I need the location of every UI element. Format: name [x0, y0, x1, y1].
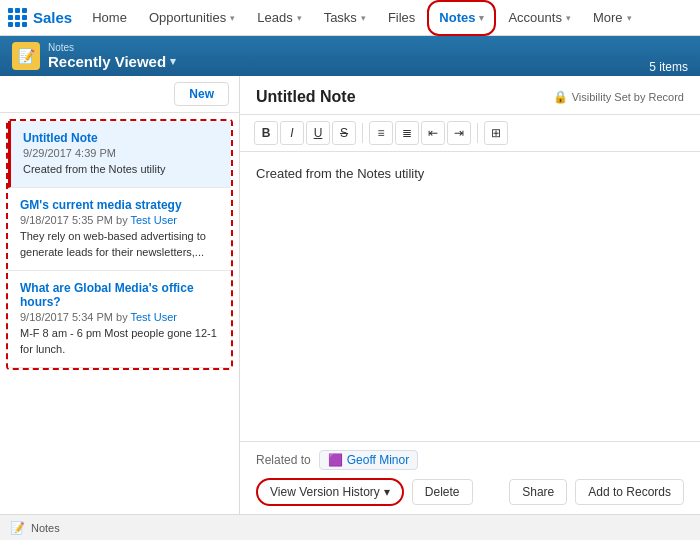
note-preview-3: M-F 8 am - 6 pm Most people gone 12-1 fo…	[20, 326, 219, 357]
outdent-button[interactable]: ⇥	[447, 121, 471, 145]
ordered-list-button[interactable]: ≣	[395, 121, 419, 145]
indent-button[interactable]: ⇤	[421, 121, 445, 145]
nav-label-opportunities: Opportunities	[149, 10, 226, 25]
chevron-opportunities-icon: ▾	[230, 13, 235, 23]
chevron-history-icon: ▾	[384, 485, 390, 499]
subnav-chevron-icon: ▾	[170, 55, 176, 68]
note-user-3: Test User	[131, 311, 177, 323]
chevron-notes-icon: ▾	[479, 13, 484, 23]
note-body-text: Created from the Notes utility	[256, 166, 424, 181]
underline-button[interactable]: U	[306, 121, 330, 145]
note-title-1: Untitled Note	[23, 131, 219, 145]
lock-icon: 🔒	[553, 90, 568, 104]
note-item-1[interactable]: Untitled Note 9/29/2017 4:39 PM Created …	[8, 121, 231, 188]
note-meta-2: 9/18/2017 5:35 PM by Test User	[20, 214, 219, 226]
nav-label-tasks: Tasks	[324, 10, 357, 25]
note-meta-1: 9/29/2017 4:39 PM	[23, 147, 219, 159]
unordered-list-button[interactable]: ≡	[369, 121, 393, 145]
nav-label-leads: Leads	[257, 10, 292, 25]
related-person-name: Geoff Minor	[347, 453, 409, 467]
person-icon: 🟪	[328, 453, 343, 467]
list-header: New	[0, 76, 239, 113]
nav-label-more: More	[593, 10, 623, 25]
toolbar-separator-1	[362, 123, 363, 143]
status-label: Notes	[31, 522, 60, 534]
notes-app-icon: 📝	[12, 42, 40, 70]
chevron-leads-icon: ▾	[297, 13, 302, 23]
related-badge[interactable]: 🟪 Geoff Minor	[319, 450, 418, 470]
chevron-more-icon: ▾	[627, 13, 632, 23]
chevron-accounts-icon: ▾	[566, 13, 571, 23]
visibility-text: Visibility Set by Record	[572, 91, 684, 103]
nav-item-tasks[interactable]: Tasks ▾	[314, 0, 376, 36]
delete-button[interactable]: Delete	[412, 479, 473, 505]
nav-label-files: Files	[388, 10, 415, 25]
toolbar-separator-2	[477, 123, 478, 143]
share-button[interactable]: Share	[509, 479, 567, 505]
subnav-label: Notes	[48, 42, 176, 53]
left-panel: New Untitled Note 9/29/2017 4:39 PM Crea…	[0, 76, 240, 514]
view-history-label: View Version History	[270, 485, 380, 499]
note-preview-2: They rely on web-based advertising to ge…	[20, 229, 219, 260]
sub-nav: 📝 Notes Recently Viewed ▾ 5 items	[0, 36, 700, 76]
note-title-3: What are Global Media's office hours?	[20, 281, 219, 309]
strikethrough-button[interactable]: S	[332, 121, 356, 145]
note-meta-3: 9/18/2017 5:34 PM by Test User	[20, 311, 219, 323]
nav-item-files[interactable]: Files	[378, 0, 425, 36]
detail-header: Untitled Note 🔒 Visibility Set by Record	[240, 76, 700, 115]
app-name: Sales	[33, 9, 72, 26]
chevron-tasks-icon: ▾	[361, 13, 366, 23]
nav-label-notes: Notes	[439, 10, 475, 25]
action-row: View Version History ▾ Delete Share Add …	[256, 478, 684, 506]
italic-button[interactable]: I	[280, 121, 304, 145]
grid-icon[interactable]	[8, 8, 27, 27]
main-content: New Untitled Note 9/29/2017 4:39 PM Crea…	[0, 76, 700, 514]
note-body[interactable]: Created from the Notes utility	[240, 152, 700, 441]
subnav-title[interactable]: Recently Viewed ▾	[48, 53, 176, 70]
nav-item-leads[interactable]: Leads ▾	[247, 0, 311, 36]
note-item-2[interactable]: GM's current media strategy 9/18/2017 5:…	[8, 188, 231, 271]
view-version-history-button[interactable]: View Version History ▾	[256, 478, 404, 506]
items-count-badge: 5 items	[649, 60, 688, 76]
status-bar: 📝 Notes	[0, 514, 700, 540]
nav-label-accounts: Accounts	[508, 10, 561, 25]
related-to-label: Related to	[256, 453, 311, 467]
nav-item-accounts[interactable]: Accounts ▾	[498, 0, 580, 36]
nav-item-notes[interactable]: Notes ▾	[427, 0, 496, 36]
bold-button[interactable]: B	[254, 121, 278, 145]
note-preview-1: Created from the Notes utility	[23, 162, 219, 177]
add-to-records-button[interactable]: Add to Records	[575, 479, 684, 505]
nav-item-home[interactable]: Home	[82, 0, 137, 36]
subnav-title-group: Notes Recently Viewed ▾	[48, 42, 176, 70]
related-to-row: Related to 🟪 Geoff Minor	[256, 450, 684, 470]
right-panel: Untitled Note 🔒 Visibility Set by Record…	[240, 76, 700, 514]
status-notes-icon: 📝	[10, 521, 25, 535]
nav-item-opportunities[interactable]: Opportunities ▾	[139, 0, 245, 36]
note-title-2: GM's current media strategy	[20, 198, 219, 212]
notes-list-border: Untitled Note 9/29/2017 4:39 PM Created …	[6, 119, 233, 370]
note-item-3[interactable]: What are Global Media's office hours? 9/…	[8, 271, 231, 368]
note-footer: Related to 🟪 Geoff Minor View Version Hi…	[240, 441, 700, 514]
top-nav: Sales Home Opportunities ▾ Leads ▾ Tasks…	[0, 0, 700, 36]
detail-title: Untitled Note	[256, 88, 356, 106]
app-launcher[interactable]: Sales	[8, 8, 72, 27]
nav-label-home: Home	[92, 10, 127, 25]
nav-item-more[interactable]: More ▾	[583, 0, 642, 36]
image-button[interactable]: ⊞	[484, 121, 508, 145]
new-button[interactable]: New	[174, 82, 229, 106]
editor-toolbar: B I U S ≡ ≣ ⇤ ⇥ ⊞	[240, 115, 700, 152]
visibility-indicator: 🔒 Visibility Set by Record	[553, 90, 684, 104]
note-user-2: Test User	[131, 214, 177, 226]
